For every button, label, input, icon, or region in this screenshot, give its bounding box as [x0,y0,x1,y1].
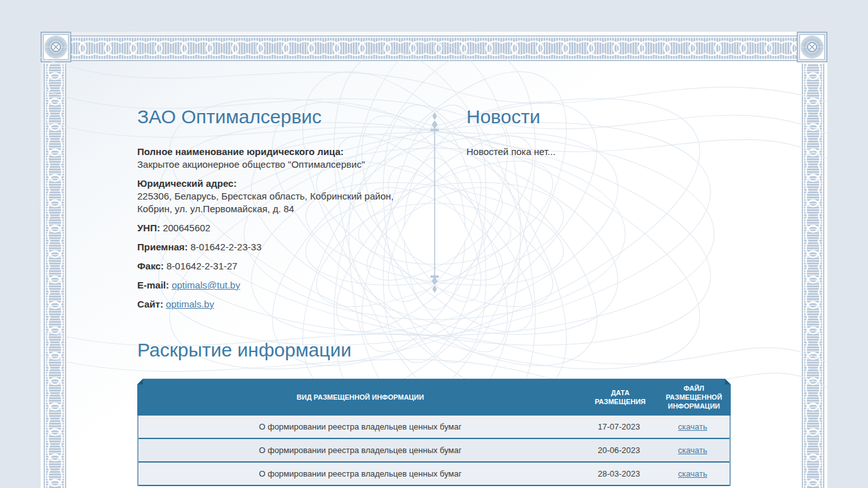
field-website: Сайт: optimals.by [137,298,433,311]
field-value: Кобрин, ул. ул.Первомайская, д. 84 [137,203,294,214]
page-content: ЗАО Оптималсервис Полное наименование юр… [137,0,731,488]
cell-info-type: О формировании реестра владельцев ценных… [139,463,582,485]
field-value: 200645602 [163,222,210,233]
cell-file: скачать [656,439,729,461]
news-empty-text: Новостей пока нет... [466,146,731,158]
table-header-row: ВИД РАЗМЕЩЕННОЙ ИНФОРМАЦИИ ДАТА РАЗМЕЩЕН… [137,379,731,416]
email-link[interactable]: optimals@tut.by [172,280,240,290]
table-body: О формировании реестра владельцев ценных… [137,416,731,486]
cell-file: скачать [656,463,729,485]
cell-date: 28-03-2023 [582,463,656,485]
disclosure-table: ВИД РАЗМЕЩЕННОЙ ИНФОРМАЦИИ ДАТА РАЗМЕЩЕН… [137,379,731,486]
field-address: Юридический адрес: 225306, Беларусь, Бре… [137,177,433,215]
field-label: Юридический адрес: [137,177,433,190]
field-value: 8-01642-2-31-27 [166,261,238,271]
field-label: Факс: [137,261,164,271]
field-email: E-mail: optimals@tut.by [137,279,433,292]
download-link[interactable]: скачать [678,422,707,431]
column-header-info-type: ВИД РАЗМЕЩЕННОЙ ИНФОРМАЦИИ [137,379,583,416]
company-title: ЗАО Оптималсервис [137,105,433,129]
cell-info-type: О формировании реестра владельцев ценных… [139,439,582,461]
field-label: Полное наименование юридического лица: [137,146,433,158]
field-unp: УНП: 200645602 [137,222,433,234]
table-row: О формировании реестра владельцев ценных… [139,463,729,486]
column-header-file: ФАЙЛ РАЗМЕЩЕННОЙ ИНФОРМАЦИИ [657,379,731,416]
corner-rosette-icon [41,32,71,62]
download-link[interactable]: скачать [678,445,707,455]
corner-rosette-icon [797,32,827,62]
field-value: 8-01642-2-23-33 [191,241,262,252]
border-pattern-left [44,64,66,488]
news-title: Новости [466,105,731,129]
website-link[interactable]: optimals.by [166,299,214,309]
cell-info-type: О формировании реестра владельцев ценных… [139,416,582,438]
table-row: О формировании реестра владельцев ценных… [139,416,729,439]
border-pattern-right [802,64,824,488]
field-label: Приемная: [137,241,188,252]
cell-date: 20-06-2023 [582,439,656,461]
field-label: E-mail: [137,280,169,290]
field-label: УНП: [137,222,160,233]
company-section: ЗАО Оптималсервис Полное наименование юр… [137,105,433,317]
cell-file: скачать [656,416,729,438]
table-row: О формировании реестра владельцев ценных… [139,439,729,463]
download-link[interactable]: скачать [678,469,707,478]
field-fax: Факс: 8-01642-2-31-27 [137,260,433,273]
field-value: 225306, Беларусь, Брестская область, Коб… [137,191,393,201]
cell-date: 17-07-2023 [582,416,656,438]
disclosure-section: Раскрытие информации ВИД РАЗМЕЩЕННОЙ ИНФ… [137,338,731,486]
news-section: Новости Новостей пока нет... [466,105,731,158]
disclosure-title: Раскрытие информации [137,338,731,362]
field-reception-phone: Приемная: 8-01642-2-23-33 [137,241,433,254]
field-label: Сайт: [137,299,163,309]
field-value: Закрытое акционерное общество "Оптималсе… [137,159,365,170]
field-full-name: Полное наименование юридического лица: З… [137,146,433,171]
column-header-date: ДАТА РАЗМЕЩЕНИЯ [583,379,657,416]
